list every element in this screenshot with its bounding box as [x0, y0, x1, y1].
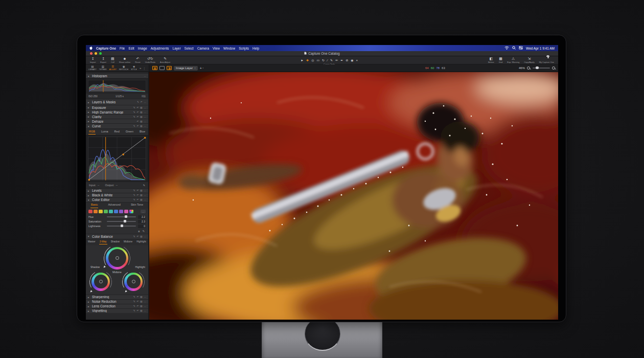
menu-camera[interactable]: Camera [197, 47, 209, 50]
reset-icon[interactable]: ↶ [136, 309, 139, 312]
reset-icon[interactable]: ↶ [136, 111, 139, 114]
equalize-icon[interactable]: ≡ [138, 230, 140, 233]
control-center-icon[interactable] [519, 46, 523, 50]
export-button[interactable]: ↥Export [100, 57, 106, 63]
preset-icon[interactable]: ▤ [140, 235, 142, 238]
zoom-in-icon[interactable] [552, 66, 556, 70]
more-icon[interactable]: … [144, 120, 147, 123]
preset-icon[interactable]: ▤ [140, 125, 142, 127]
cull-button[interactable]: ▤Cull [111, 57, 114, 63]
more-icon[interactable]: … [144, 194, 147, 196]
more-icon[interactable]: … [144, 116, 147, 118]
import-button[interactable]: ↧Import [90, 57, 96, 63]
more-icon[interactable]: … [144, 235, 147, 238]
split-view-button[interactable]: ◨ [167, 66, 172, 70]
midtone-wheel[interactable] [106, 247, 128, 270]
reset-icon[interactable]: ↶ [136, 235, 139, 238]
panel-high-dynamic-range[interactable]: ▸ High Dynamic Range ✎ ↶ ▤ … [86, 109, 148, 114]
tab-adjust[interactable]: ☰ADJUST [109, 65, 117, 71]
panel-levels[interactable]: ▸ Levels ✎ ↶ ▤ … [86, 188, 148, 193]
saturation-slider-thumb[interactable] [124, 220, 126, 222]
undo-redo-button[interactable]: ↺↻Undo/Redo [145, 57, 155, 63]
photo-viewer[interactable] [149, 72, 558, 320]
reset-icon[interactable]: ↶ [136, 194, 139, 196]
more-icon[interactable]: … [144, 300, 147, 303]
brush-icon[interactable]: ✎ [133, 116, 135, 118]
more-icon[interactable]: … [144, 106, 147, 109]
preset-icon[interactable]: ▤ [140, 194, 142, 196]
menu-app-name[interactable]: Capture One [96, 47, 116, 50]
preset-icon[interactable]: ▤ [140, 296, 142, 298]
swatch-pink[interactable] [124, 210, 128, 214]
zoom-out-icon[interactable] [527, 66, 531, 70]
auto-adjust-button[interactable]: ✎Auto Adjust [160, 57, 170, 63]
tab-style[interactable]: ◈STYLE [131, 65, 137, 71]
menu-help[interactable]: Help [252, 47, 259, 50]
panel-layers-masks[interactable]: ▸ Layers & Masks ✎ ↶ … [86, 99, 148, 105]
my-capture-one-button[interactable]: My Capture One [539, 57, 554, 63]
reset-icon[interactable]: ↶ [136, 120, 139, 123]
brush-icon[interactable]: ✎ [133, 106, 135, 109]
cb-tab-midtone[interactable]: Midtone [123, 240, 133, 245]
curve-tab-green[interactable]: Green [125, 129, 134, 135]
brush-icon[interactable]: ✎ [133, 111, 135, 114]
menu-scripts[interactable]: Scripts [239, 47, 249, 50]
ce-tab-advanced[interactable]: Advanced [107, 203, 121, 208]
layer-select[interactable]: Image Layer ↕ [174, 66, 198, 71]
panel-exposure[interactable]: ▸ Exposure ✎ ↶ ▤ … [86, 105, 148, 109]
preset-icon[interactable]: ▤ [140, 116, 142, 118]
hue-slider[interactable] [107, 216, 136, 217]
swatch-green[interactable] [104, 210, 108, 214]
ce-tab-basic[interactable]: Basic [90, 203, 98, 208]
ce-tab-skin-tone[interactable]: Skin Tone [130, 203, 144, 208]
panel-black-white[interactable]: ▸ Black & White ✎ ↶ ▤ … [86, 193, 148, 197]
preset-icon[interactable]: ▤ [140, 111, 142, 114]
wifi-icon[interactable] [504, 46, 509, 50]
menu-edit[interactable]: Edit [129, 47, 134, 50]
cb-tab-3way[interactable]: 3-Way [99, 240, 107, 245]
preset-icon[interactable]: ▤ [140, 189, 142, 192]
reset-button[interactable]: ↶Reset [135, 57, 140, 63]
more-icon[interactable]: … [144, 75, 147, 77]
swatch-all-colors[interactable] [129, 210, 133, 214]
curve-tab-blue[interactable]: Blue [139, 129, 146, 135]
tab-library[interactable]: ▤LIBRARY [88, 65, 97, 71]
menu-adjustments[interactable]: Adjustments [151, 47, 169, 50]
brush-icon[interactable]: ✎ [133, 309, 135, 312]
menu-view[interactable]: View [213, 47, 220, 50]
reset-icon[interactable]: ↶ [136, 296, 139, 298]
preset-icon[interactable]: ▤ [140, 309, 142, 312]
swatch-purple[interactable] [119, 210, 123, 214]
saturation-value[interactable]: 2.3 [138, 220, 146, 223]
reset-icon[interactable]: ↶ [136, 189, 139, 192]
curve-tab-rgb[interactable]: RGB [88, 129, 96, 135]
add-layer-button[interactable]: +∨ [200, 66, 204, 70]
cb-tab-master[interactable]: Master [87, 240, 96, 245]
apple-logo-icon[interactable] [89, 46, 93, 51]
shadow-wheel[interactable] [91, 273, 110, 291]
reset-icon[interactable]: ↶ [136, 198, 139, 201]
share-online-button[interactable]: ☻Share online [119, 57, 130, 63]
curve-pen-icon[interactable]: ✎ [143, 184, 145, 187]
panel-curve-header[interactable]: ▾ Curve ✎ ↶ ▤ … [86, 123, 148, 128]
preset-icon[interactable]: ▤ [140, 198, 142, 201]
lightness-value[interactable]: 0 [138, 225, 146, 228]
more-icon[interactable]: … [144, 111, 147, 114]
menu-select[interactable]: Select [185, 47, 194, 50]
more-icon[interactable]: … [144, 198, 147, 201]
panel-noise-reduction[interactable]: ▸ Noise Reduction ✎ ↶ ▤ … [86, 299, 148, 304]
brush-icon[interactable]: ✎ [133, 300, 135, 303]
exposure-warning-button[interactable]: ⚠Exp. Warning [507, 57, 519, 63]
preset-icon[interactable]: ▤ [140, 305, 142, 307]
panel-histogram-header[interactable]: ▾ Histogram … [86, 73, 148, 78]
curve-graph[interactable] [86, 135, 148, 182]
more-icon[interactable]: … [144, 125, 147, 127]
reset-icon[interactable]: ↶ [136, 300, 139, 303]
tab-overflow[interactable]: »⋮ [140, 66, 146, 70]
menu-image[interactable]: Image [138, 47, 147, 50]
panel-vignetting[interactable]: ▸ Vignetting ✎ ↶ ▤ … [86, 308, 148, 313]
search-icon[interactable] [512, 46, 516, 50]
panel-clarity[interactable]: ▸ Clarity ✎ ↶ ▤ … [86, 114, 148, 119]
brush-icon[interactable]: ✎ [133, 235, 135, 238]
lightness-slider[interactable] [107, 226, 136, 227]
